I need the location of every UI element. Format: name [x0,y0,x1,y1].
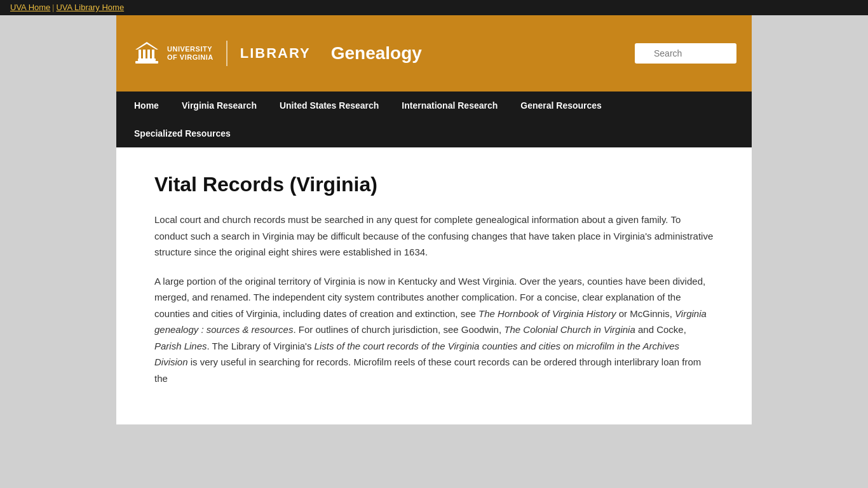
page-title: Vital Records (Virginia) [154,173,714,196]
search-input[interactable] [635,43,736,64]
uva-home-link[interactable]: UVA Home [10,3,50,12]
nav-list: Home Virginia Research United States Res… [116,92,752,147]
logo-area: University of Virginia [132,38,214,69]
svg-rect-5 [152,50,154,58]
nav-item-home[interactable]: Home [123,92,170,119]
university-name-text: University of Virginia [167,45,214,62]
nav-link-virginia-research[interactable]: Virginia Research [170,92,268,119]
library-label: LIBRARY [240,45,311,62]
search-wrapper: 🔍 [635,43,736,64]
logo-divider [226,41,227,66]
nav-item-virginia-research[interactable]: Virginia Research [170,92,268,119]
nav-bar: Home Virginia Research United States Res… [116,92,752,147]
svg-rect-3 [143,50,146,58]
nav-link-us-research[interactable]: United States Research [268,92,390,119]
nav-link-home[interactable]: Home [123,92,170,119]
svg-rect-2 [139,50,141,58]
nav-link-intl-research[interactable]: International Research [390,92,509,119]
svg-rect-1 [138,58,156,61]
nav-link-specialized-resources[interactable]: Specialized Resources [123,119,745,147]
uva-library-home-link[interactable]: UVA Library Home [56,3,124,12]
nav-item-intl-research[interactable]: International Research [390,92,509,119]
site-title: Genealogy [331,43,422,64]
header-left: University of Virginia LIBRARY Genealogy [132,38,422,69]
top-bar: UVA Home | UVA Library Home [0,0,868,15]
nav-item-specialized-resources[interactable]: Specialized Resources [123,119,745,147]
body-paragraph-2: A large portion of the original territor… [154,273,714,387]
svg-rect-4 [147,50,150,58]
body-paragraph-1: Local court and church records must be s… [154,212,714,261]
content-area: Vital Records (Virginia) Local court and… [116,147,752,424]
university-logo-icon [132,38,162,69]
svg-rect-0 [135,61,158,64]
nav-item-general-resources[interactable]: General Resources [509,92,613,119]
header: University of Virginia LIBRARY Genealogy… [116,15,752,92]
nav-link-general-resources[interactable]: General Resources [509,92,613,119]
nav-item-us-research[interactable]: United States Research [268,92,390,119]
